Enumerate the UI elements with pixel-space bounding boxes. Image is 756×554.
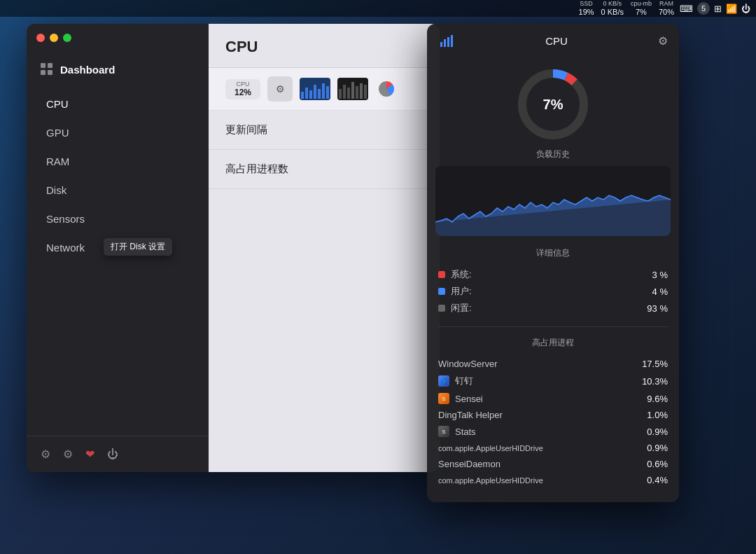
disk-tooltip: 打开 Disk 设置 [104,238,172,256]
network-stat: 0 KB/s 0 KB/s [601,1,624,16]
svg-rect-1 [305,88,308,99]
menu-icons: ⌨ 5 ⊞ 📶 ⏻ [680,2,750,15]
maximize-button[interactable] [63,34,71,42]
traffic-lights [36,34,71,42]
bar-chart-mini[interactable] [300,78,330,100]
sidebar-item-gpu[interactable]: GPU [32,120,203,146]
notification-count[interactable]: 5 [697,2,710,15]
detail-idle-row: 闲置: 93 % [438,300,668,317]
ram-value: 70% [659,8,674,16]
detail-section: 详细信息 系统: 3 % 用户: 4 % 闲置: 93 % [427,242,679,322]
dark-chart-mini[interactable] [337,78,368,100]
dark-chart-svg [337,78,368,100]
minimize-button[interactable] [50,34,58,42]
process-senseidaemon: SenseiDaemon 0.6% [438,456,668,472]
detail-user-left: 用户: [438,285,472,298]
cpu-panel-chart-icon [438,32,455,49]
system-label: 系统: [451,268,472,281]
heart-icon[interactable]: ❤ [85,448,94,461]
user-value: 4 % [652,286,668,297]
dingtalk-name: DingTalk Helper [438,410,503,420]
windowserver-name: WindowServer [438,359,498,369]
network-down-label: 0 KB/s [603,1,622,8]
svg-rect-17 [451,35,453,47]
sidebar-item-disk[interactable]: Disk [32,177,203,203]
cpu-mini-label: CPU [236,81,249,88]
process-apple-hid1: com.apple.AppleUserHIDDrive 0.9% [438,440,668,456]
sidebar-item-gpu-label: GPU [46,127,69,139]
main-content: CPU CPU 12% ⚙ [209,24,440,472]
sidebar-item-ram[interactable]: RAM [32,148,203,174]
sensei-name: Sensei [455,394,483,404]
user-dot [438,288,445,295]
svg-rect-5 [322,83,325,99]
dingtalk-value: 1.0% [647,410,668,420]
dingding-value: 10.3% [642,376,668,387]
sidebar-item-cpu-label: CPU [46,98,69,110]
pie-chart-mini[interactable] [375,78,398,100]
gear-icon: ⚙ [276,83,285,95]
ram-label: RAM [659,1,673,8]
sidebar-item-sensors[interactable]: Sensors [32,206,203,232]
bug-icon[interactable]: ⚙ [63,448,73,461]
ssd-value: 19% [579,8,594,16]
cpu-settings-button[interactable]: ⚙ [267,76,293,102]
process-windowserver: WindowServer 17.5% [438,356,668,372]
menu-bar: SSD 19% 0 KB/s 0 KB/s cpu-mb 7% RAM 70% … [0,0,756,17]
svg-rect-6 [326,86,329,99]
idle-dot [438,305,445,312]
top-processes-item[interactable]: 高占用进程数 [209,150,440,189]
disk-tooltip-text: 打开 Disk 设置 [111,242,165,251]
apple-hid2-value: 0.4% [647,475,668,485]
detail-title: 详细信息 [438,247,668,259]
svg-rect-15 [444,39,446,47]
power-icon[interactable]: ⏻ [741,4,750,14]
user-label: 用户: [451,285,472,298]
sensei-value: 9.6% [647,394,668,404]
dashboard-icon [41,63,53,76]
process-dingtalk-helper: DingTalk Helper 1.0% [438,407,668,423]
keyboard-icon[interactable]: ⌨ [680,4,693,14]
cpu-panel-title: CPU [545,35,568,47]
wifi-icon[interactable]: 📶 [726,4,737,14]
grid-icon[interactable]: ⊞ [714,4,722,14]
widget-bar: CPU 12% ⚙ [209,68,440,111]
process-apple-hid2: com.apple.AppleUserHIDDrive 0.4% [438,472,668,488]
cpu-panel: CPU ⚙ 7% 负载历史 详细信息 [427,24,679,502]
process-sensei: S Sensei 9.6% [438,390,668,407]
settings-icon[interactable]: ⚙ [41,448,50,461]
sidebar-header: Dashboard [27,55,209,90]
donut-container: 7% 负载历史 [427,57,679,166]
power-footer-icon[interactable]: ⏻ [107,448,118,461]
process-apple-hid1-left: com.apple.AppleUserHIDDrive [438,444,543,452]
svg-rect-10 [351,82,354,99]
cpu-panel-gear-icon[interactable]: ⚙ [658,34,668,48]
svg-rect-8 [343,85,346,99]
sidebar-item-sensors-label: Sensors [46,213,85,225]
svg-rect-2 [309,90,312,99]
stats-value: 0.9% [647,427,668,437]
process-stats-left: S Stats [438,426,476,437]
windowserver-value: 17.5% [642,359,668,369]
update-interval-item[interactable]: 更新间隔 [209,111,440,150]
sidebar-item-cpu[interactable]: CPU [32,91,203,117]
detail-system-row: 系统: 3 % [438,266,668,283]
process-senseidaemon-left: SenseiDaemon [438,459,500,469]
svg-rect-11 [356,86,358,99]
process-sensei-left: S Sensei [438,393,483,404]
process-windowserver-left: WindowServer [438,359,498,369]
menu-bar-stats: SSD 19% 0 KB/s 0 KB/s cpu-mb 7% RAM 70% [579,1,674,16]
close-button[interactable] [36,34,45,42]
stats-icon: S [438,426,449,437]
sidebar-item-disk-label: Disk [46,184,66,196]
divider-1 [438,326,668,327]
sidebar-footer: ⚙ ⚙ ❤ ⏻ [27,436,209,472]
cpu-mini-value: 12% [234,88,251,97]
svg-rect-7 [339,89,342,99]
content-sections: 更新间隔 高占用进程数 [209,111,440,472]
cpu-mini-widget: CPU 12% [225,79,260,99]
content-header: CPU [209,24,440,68]
sidebar-item-ram-label: RAM [46,155,69,167]
ssd-label: SSD [580,1,593,8]
apple-hid1-value: 0.9% [647,443,668,453]
